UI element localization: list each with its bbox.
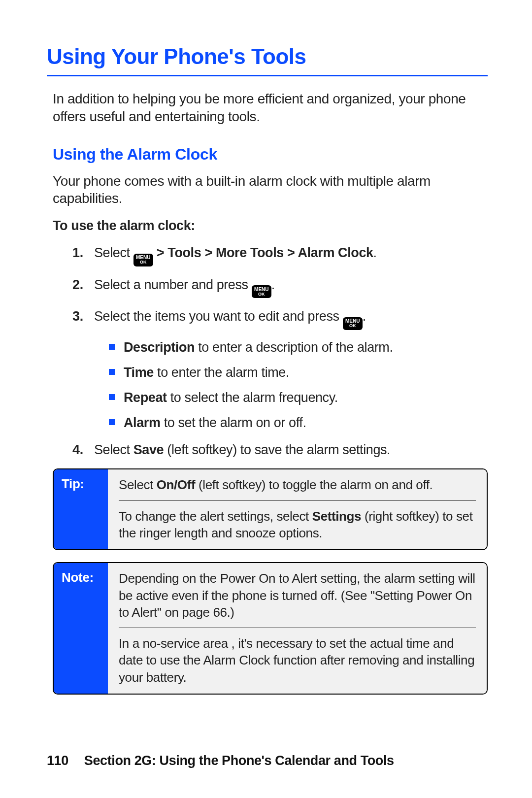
step-text: Select a number and press (94, 277, 252, 292)
callout-divider (119, 628, 476, 628)
page-title: Using Your Phone's Tools (47, 44, 488, 76)
footer-text: Section 2G: Using the Phone's Calendar a… (84, 753, 394, 768)
page-intro: In addition to helping you be more effic… (53, 90, 488, 126)
tip-label: Tip: (54, 469, 108, 549)
bullet-description: Description to enter a description of th… (109, 339, 488, 356)
note-callout: Note: Depending on the Power On to Alert… (53, 562, 488, 695)
steps-list: Select MENUOK > Tools > More Tools > Ala… (72, 244, 488, 459)
note-paragraph-2: In a no-service area , it's necessary to… (119, 635, 476, 686)
tip-callout: Tip: Select On/Off (left softkey) to tog… (53, 468, 488, 550)
step-text: Select the items you want to edit and pr… (94, 309, 343, 324)
step-3: Select the items you want to edit and pr… (72, 308, 488, 432)
step-1: Select MENUOK > Tools > More Tools > Ala… (72, 244, 488, 266)
tip-body: Select On/Off (left softkey) to toggle t… (108, 469, 487, 549)
note-body: Depending on the Power On to Alert setti… (108, 563, 487, 694)
menu-ok-key-icon: MENUOK (343, 317, 363, 330)
step-period: . (373, 245, 377, 260)
step-text-after: (left softkey) to save the alarm setting… (164, 442, 390, 457)
step-2: Select a number and press MENUOK. (72, 276, 488, 299)
step-period: . (363, 309, 366, 324)
tip-paragraph-1: Select On/Off (left softkey) to toggle t… (119, 476, 476, 493)
menu-ok-key-icon: MENUOK (133, 254, 153, 266)
section-intro: Your phone comes with a built-in alarm c… (53, 172, 488, 208)
callout-divider (119, 500, 476, 501)
task-heading: To use the alarm clock: (53, 218, 488, 233)
bullet-repeat: Repeat to select the alarm frequency. (109, 389, 488, 406)
step-text: Select (94, 442, 133, 457)
page-footer: 110Section 2G: Using the Phone's Calenda… (47, 753, 488, 768)
section-title: Using the Alarm Clock (53, 145, 488, 164)
bullet-time: Time to enter the alarm time. (109, 364, 488, 381)
step-4: Select Save (left softkey) to save the a… (72, 441, 488, 459)
step-3-bullets: Description to enter a description of th… (109, 339, 488, 432)
note-label: Note: (54, 563, 108, 694)
step-text: Select (94, 245, 133, 260)
note-paragraph-1: Depending on the Power On to Alert setti… (119, 570, 476, 621)
page-number: 110 (47, 753, 68, 768)
tip-paragraph-2: To change the alert settings, select Set… (119, 508, 476, 542)
bullet-alarm: Alarm to set the alarm on or off. (109, 414, 488, 432)
menu-ok-key-icon: MENUOK (252, 285, 271, 298)
step-path: > Tools > More Tools > Alarm Clock (153, 245, 373, 260)
save-label: Save (133, 442, 164, 457)
step-period: . (271, 277, 275, 292)
manual-page: Using Your Phone's Tools In addition to … (0, 0, 532, 695)
